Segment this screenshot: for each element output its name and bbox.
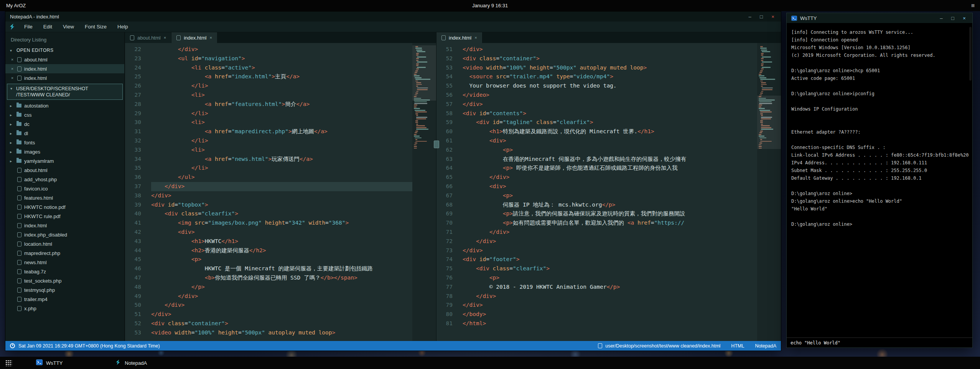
tree-folder[interactable]: ▸dl — [5, 129, 124, 138]
wstty-window-title: WsTTY — [800, 15, 817, 21]
code-line: </div> — [463, 237, 757, 246]
minimize-button[interactable]: – — [744, 12, 756, 21]
tree-file[interactable]: HKWTC rule.pdf — [5, 212, 124, 221]
tree-file[interactable]: mapredirect.php — [5, 248, 124, 258]
editor-tab[interactable]: index.html× — [171, 32, 217, 43]
line-number: 51 — [436, 45, 459, 54]
line-number: 52 — [125, 319, 147, 328]
terminal-line: Ethernet adapter ?A?????: — [791, 128, 968, 136]
editor-left[interactable]: 2223242526272829303132333435363738394041… — [125, 43, 436, 341]
host-menu-button[interactable]: My ArOZ — [0, 3, 32, 8]
tree-file[interactable]: about.html — [5, 165, 124, 175]
line-number: 71 — [436, 228, 459, 237]
close-icon[interactable]: × — [474, 35, 477, 40]
line-number: 51 — [125, 310, 147, 319]
code-line: <div class="container"> — [463, 54, 757, 63]
folder-icon — [16, 141, 21, 144]
chevron-down-icon: ▾ — [10, 48, 14, 53]
terminal-line — [791, 113, 968, 121]
menu-edit[interactable]: Edit — [38, 22, 58, 32]
wstty-titlebar[interactable]: WsTTY – □ × — [787, 13, 972, 23]
open-editor-item[interactable]: ×index.html — [5, 64, 124, 73]
editor-tab[interactable]: about.html× — [125, 32, 171, 43]
tree-file[interactable]: trailer.mp4 — [5, 295, 124, 304]
code-line: <h1>特別為建築及鐵路而設，現代化的 Minecraft 世界.</h1> — [463, 127, 757, 136]
code-content[interactable]: </div><div class="container"><video widt… — [459, 43, 757, 341]
close-icon[interactable]: × — [10, 57, 15, 62]
code-line: <div> — [463, 182, 757, 191]
tree-file[interactable]: testmysql.php — [5, 285, 124, 295]
close-button[interactable]: × — [959, 14, 970, 22]
terminal-input[interactable]: echo "Hello World" — [787, 338, 972, 347]
app-launcher-button[interactable] — [0, 357, 17, 369]
editor-right[interactable]: 5152535455565758596061626364656667686970… — [436, 43, 781, 341]
file-icon — [17, 177, 21, 182]
terminal-output[interactable]: [info] Connecting to arozos WsTTY servic… — [787, 23, 972, 338]
tree-folder[interactable]: ▸yamlyamlram — [5, 156, 124, 165]
line-number: 57 — [436, 100, 459, 109]
pane-splitter-handle[interactable] — [434, 141, 439, 148]
tree-file[interactable]: add_vhost.php — [5, 175, 124, 184]
minimap-viewport[interactable] — [757, 96, 781, 149]
notepad-titlebar[interactable]: NotepadA - index.html – □ × — [5, 12, 781, 22]
close-icon[interactable]: × — [164, 35, 166, 40]
open-editors-header[interactable]: ▾ OPEN EDITORS — [5, 46, 124, 55]
editor-tab[interactable]: index.html× — [436, 32, 483, 43]
maximize-button[interactable]: □ — [947, 14, 959, 22]
line-number: 62 — [436, 146, 459, 155]
tree-folder[interactable]: ▸dc — [5, 119, 124, 129]
terminal-line: Windows IP Configuration — [791, 105, 968, 113]
code-line: <a href="mapredirect.php">網上地圖</a> — [151, 127, 412, 136]
menu-font-size[interactable]: Font Size — [79, 22, 112, 32]
folder-name: images — [24, 149, 40, 155]
tree-file[interactable]: HKWTC notice.pdf — [5, 202, 124, 212]
open-editor-item[interactable]: ×index.html — [5, 73, 124, 83]
line-number: 42 — [125, 228, 147, 237]
tree-file[interactable]: favicon.ico — [5, 184, 124, 193]
status-language[interactable]: HTML — [731, 343, 744, 349]
tree-file[interactable]: news.html — [5, 258, 124, 267]
taskbar-item-notepada[interactable]: NotepadA — [109, 357, 152, 369]
code-line: </div> — [151, 301, 412, 310]
editor-pane-right: index.html× 5152535455565758596061626364… — [436, 32, 781, 341]
tree-file[interactable]: index.html — [5, 221, 124, 230]
line-number: 75 — [436, 264, 459, 273]
terminal-line: IPv4 Address. . . . . . . . . . . : 192.… — [791, 159, 968, 167]
tree-file[interactable]: teabag.7z — [5, 267, 124, 276]
maximize-button[interactable]: □ — [756, 12, 767, 21]
file-tree: ▸autostation▸css▸dc▸dl▸fonts▸images▸yaml… — [5, 101, 124, 313]
close-icon[interactable]: × — [209, 35, 212, 40]
tree-file[interactable]: index.php_disabled — [5, 230, 124, 239]
terminal-line: Link-local IPv6 Address . . . . . : fe80… — [791, 151, 968, 159]
tree-folder[interactable]: ▸images — [5, 147, 124, 156]
file-name: HKWTC notice.pdf — [24, 204, 66, 210]
taskbar: WsTTY NotepadA — [0, 357, 980, 369]
close-button[interactable]: × — [767, 12, 779, 21]
code-line: <source src="trailer.mp4" type="video/mp… — [463, 72, 757, 81]
tree-file[interactable]: x.php — [5, 304, 124, 313]
code-content[interactable]: </div> <ul id="navigation"> <li class="a… — [147, 43, 412, 341]
tree-folder[interactable]: ▸fonts — [5, 138, 124, 147]
menu-file[interactable]: File — [19, 22, 38, 32]
close-icon[interactable]: × — [10, 76, 15, 80]
line-number: 67 — [436, 191, 459, 200]
minimap[interactable] — [757, 43, 781, 341]
minimap[interactable] — [412, 43, 436, 341]
minimize-button[interactable]: – — [936, 14, 947, 22]
tree-file[interactable]: test_sockets.php — [5, 276, 124, 285]
close-icon[interactable]: × — [10, 66, 15, 71]
taskbar-item-wstty[interactable]: WsTTY — [31, 357, 68, 369]
open-editor-item[interactable]: ×about.html — [5, 55, 124, 64]
hamburger-menu-icon[interactable]: ≡ — [966, 2, 980, 9]
workspace-root[interactable]: ▾ USER/DESKTOP/SCREENSHOT /TEST/WWW CLEA… — [7, 84, 123, 100]
topbar: My ArOZ January 9 16:31 ≡ — [0, 0, 980, 11]
tree-folder[interactable]: ▸autostation — [5, 101, 124, 110]
line-number: 63 — [436, 155, 459, 164]
menu-view[interactable]: View — [58, 22, 79, 32]
tree-file[interactable]: features.html — [5, 193, 124, 202]
minimap-viewport[interactable] — [412, 45, 436, 101]
tree-file[interactable]: location.html — [5, 239, 124, 248]
line-number: 45 — [125, 255, 147, 264]
tree-folder[interactable]: ▸css — [5, 110, 124, 119]
menu-help[interactable]: Help — [112, 22, 133, 32]
